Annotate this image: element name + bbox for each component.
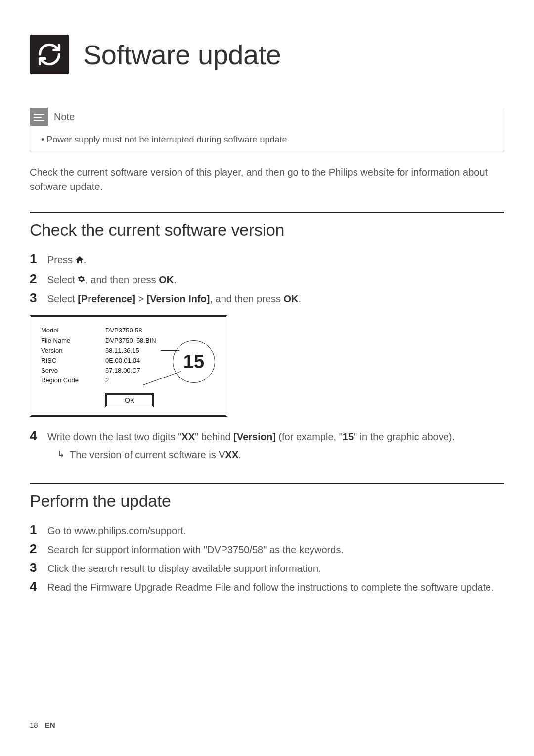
vp-value: 57.18.00.C7 [105, 366, 140, 376]
substep-text: . [238, 449, 241, 460]
step-item: 2 Select , and then press OK. [30, 271, 504, 288]
step-text: " in the graphic above). [354, 431, 455, 442]
svg-rect-2 [34, 120, 44, 121]
divider [30, 212, 504, 213]
step-text: XX [181, 431, 195, 442]
step-text: Select [47, 293, 78, 304]
vp-label: Version [41, 346, 105, 356]
page-footer: 18 EN [30, 721, 55, 729]
step-item: 4 Write down the last two digits "XX" be… [30, 428, 504, 462]
vp-value: 2 [105, 376, 109, 385]
step-number: 1 [30, 522, 39, 538]
substep: ↳ The version of current software is VXX… [57, 447, 504, 462]
panel-ok-button: OK [105, 393, 154, 407]
step-number: 4 [30, 428, 39, 444]
check-steps: 1 Press . 2 Select , and then press OK. … [30, 251, 504, 306]
substep-text: The version of current software is V [70, 449, 225, 460]
home-icon [76, 252, 84, 267]
vp-value: DVP3750-58 [105, 326, 142, 335]
step-text: Select [47, 274, 78, 285]
step-text: Write down the last two digits " [47, 431, 181, 442]
chapter-header: Software update [30, 35, 504, 74]
vp-label: Model [41, 326, 105, 335]
note-label: Note [54, 111, 75, 123]
vp-label: File Name [41, 336, 105, 346]
chapter-title: Software update [83, 39, 281, 71]
step-item: 1 Press . [30, 251, 504, 268]
step-number: 2 [30, 541, 39, 557]
section-title-perform: Perform the update [30, 491, 504, 511]
step-number: 2 [30, 271, 39, 286]
menu-text: [Preference] [78, 293, 135, 304]
step-text: Press [47, 254, 76, 265]
vp-label: Region Code [41, 376, 105, 385]
step-text: " behind [195, 431, 233, 442]
page-number: 18 [30, 721, 38, 729]
gear-icon [78, 272, 85, 286]
step-text: . [84, 254, 87, 265]
step-text: . [298, 293, 301, 304]
refresh-icon [30, 35, 69, 74]
step-text: , and then press [85, 274, 159, 285]
step-text: Read the Firmware Upgrade Readme File an… [47, 580, 504, 595]
step-text: Click the search result to display avail… [47, 561, 504, 576]
check-steps-cont: 4 Write down the last two digits "XX" be… [30, 428, 504, 462]
vp-label: RISC [41, 356, 105, 366]
section-title-check: Check the current software version [30, 220, 504, 239]
step-text: [Version] [233, 431, 276, 442]
page: Software update Note Power supply must n… [0, 0, 534, 756]
step-number: 1 [30, 251, 39, 267]
svg-rect-0 [34, 114, 44, 115]
step-item: 1 Go to www.philips.com/support. [30, 522, 504, 538]
ok-text: OK [283, 293, 298, 304]
step-number: 4 [30, 579, 39, 594]
step-text: . [174, 274, 177, 285]
step-item: 2 Search for support information with "D… [30, 541, 504, 557]
step-item: 3 Select [Preference] > [Version Info], … [30, 290, 504, 306]
note-icon [30, 108, 48, 126]
step-text: Search for support information with "DVP… [47, 542, 504, 557]
step-number: 3 [30, 560, 39, 575]
vp-value: DVP3750_58.BIN [105, 336, 156, 346]
vp-label: Servo [41, 366, 105, 376]
page-language: EN [45, 721, 55, 729]
note-item: Power supply must not be interrupted dur… [41, 135, 493, 145]
step-number: 3 [30, 290, 39, 306]
substep-text: XX [225, 449, 239, 460]
step-text: Go to www.philips.com/support. [47, 523, 504, 538]
lead-text: Check the current software version of th… [30, 165, 504, 194]
version-info-panel: ModelDVP3750-58 File NameDVP3750_58.BIN … [30, 315, 227, 417]
step-text: > [135, 293, 147, 304]
menu-text: [Version Info] [147, 293, 210, 304]
callout-circle: 15 [173, 340, 215, 383]
step-text: (for example, " [276, 431, 343, 442]
step-item: 3 Click the search result to display ava… [30, 560, 504, 576]
perform-steps: 1 Go to www.philips.com/support. 2 Searc… [30, 522, 504, 595]
step-text: 15 [343, 431, 354, 442]
vp-value: 58.11.36.15 [105, 346, 139, 356]
leader-line-icon [161, 350, 179, 351]
step-text: , and then press [210, 293, 283, 304]
svg-rect-1 [34, 117, 42, 118]
vp-value: 0E.00.01.04 [105, 356, 140, 366]
step-item: 4 Read the Firmware Upgrade Readme File … [30, 579, 504, 595]
note-box: Note Power supply must not be interrupte… [30, 108, 504, 151]
ok-text: OK [159, 274, 174, 285]
arrow-icon: ↳ [57, 447, 65, 462]
divider [30, 483, 504, 484]
